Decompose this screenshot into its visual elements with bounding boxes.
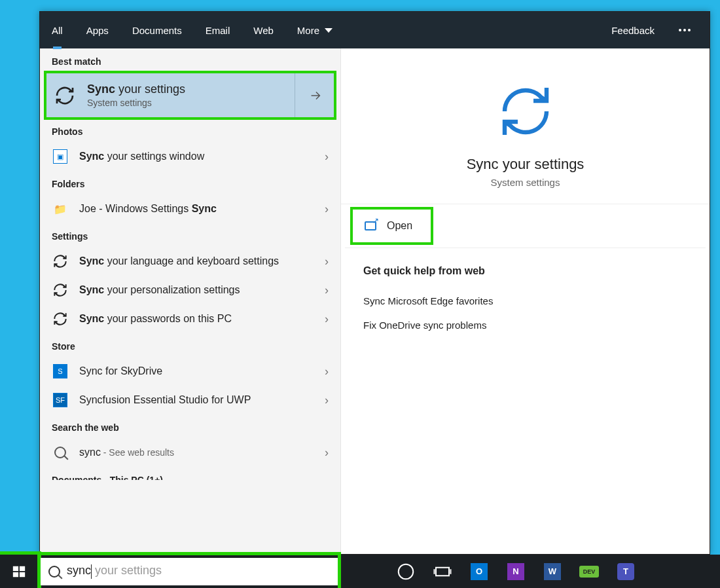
help-link-edge-favorites[interactable]: Sync Microsoft Edge favorites [363,289,687,313]
sync-icon [52,253,69,270]
result-web-sync[interactable]: sync - See web results › [40,438,340,467]
detail-pane: Sync your settings System settings Open … [341,48,710,554]
svg-point-4 [399,564,414,579]
dev-icon[interactable]: DEV [579,562,599,581]
section-photos: Photos [40,119,340,142]
best-match-subtitle: System settings [87,98,185,108]
chevron-down-icon [325,28,333,33]
open-icon [365,221,376,230]
chevron-right-icon: › [325,150,329,164]
section-documents-cut: Documents - This PC (1+) [40,467,340,480]
detail-header: Sync your settings System settings [341,48,710,204]
sync-icon [494,80,557,143]
tab-all[interactable]: All [40,12,75,48]
sync-icon [52,282,69,299]
result-folder-joe-sync[interactable]: 📁 Joe - Windows Settings Sync › [40,194,340,223]
chevron-right-icon: › [325,312,329,326]
quick-help-heading: Get quick help from web [363,265,687,277]
section-best-match: Best match [40,48,340,72]
teams-icon[interactable]: T [616,562,636,581]
svg-rect-3 [20,572,25,576]
task-view-icon[interactable] [433,562,452,581]
tab-documents[interactable]: Documents [120,12,194,48]
more-options-button[interactable] [666,12,703,48]
results-pane: Best match Sync your settings System set… [40,48,341,554]
svg-rect-2 [13,572,18,576]
chevron-right-icon: › [325,365,329,378]
svg-rect-5 [436,567,449,576]
search-tabs-bar: All Apps Documents Email Web More Feedba… [40,12,710,48]
sync-icon [52,310,69,327]
tab-email[interactable]: Email [194,12,242,48]
search-window: All Apps Documents Email Web More Feedba… [39,11,710,555]
section-settings: Settings [40,223,340,247]
taskbar: sync your settings O N W DEV T [0,555,720,588]
help-link-onedrive-sync[interactable]: Fix OneDrive sync problems [363,313,687,337]
app-icon: SF [52,392,69,409]
feedback-link[interactable]: Feedback [600,12,666,48]
chevron-right-icon: › [325,255,329,268]
result-sync-passwords[interactable]: Sync your passwords on this PC › [40,304,340,333]
quick-help-section: Get quick help from web Sync Microsoft E… [341,248,710,354]
svg-rect-0 [13,566,18,570]
section-store: Store [40,333,340,357]
taskbar-apps: O N W DEV T [338,555,694,588]
open-button[interactable]: Open [358,212,425,240]
tab-more[interactable]: More [285,12,344,48]
search-typed-text: sync [67,564,91,577]
result-store-syncfusion[interactable]: SF Syncfusion Essential Studio for UWP › [40,386,340,414]
svg-rect-1 [20,566,25,570]
ellipsis-icon [678,29,691,31]
result-photos-sync-window[interactable]: ▣ Sync your settings window › [40,142,340,171]
chevron-right-icon: › [325,202,329,216]
section-folders: Folders [40,171,340,194]
detail-subtitle: System settings [491,177,560,188]
best-match-result[interactable]: Sync your settings System settings [45,72,335,119]
best-match-title: Sync your settings [87,83,185,96]
window-icon: ▣ [52,148,69,165]
detail-title: Sync your settings [467,156,585,173]
word-icon[interactable]: W [543,562,562,581]
result-sync-language[interactable]: Sync your language and keyboard settings… [40,247,340,276]
search-icon [48,566,60,578]
folder-icon: 📁 [52,200,69,217]
section-web: Search the web [40,414,340,438]
chevron-right-icon: › [325,284,329,297]
onenote-icon[interactable]: N [506,562,526,581]
windows-icon [12,564,26,579]
result-sync-personalization[interactable]: Sync your personalization settings › [40,276,340,304]
expand-arrow-button[interactable] [295,72,335,119]
outlook-icon[interactable]: O [469,562,489,581]
search-placeholder: your settings [92,564,162,577]
result-store-skydrive[interactable]: S Sync for SkyDrive › [40,357,340,386]
app-icon: S [52,363,69,380]
chevron-right-icon: › [325,446,329,460]
tab-web[interactable]: Web [242,12,285,48]
search-icon [52,444,69,461]
taskbar-search-input[interactable]: sync your settings [41,558,338,585]
tab-apps[interactable]: Apps [75,12,120,48]
start-button[interactable] [0,555,38,588]
cortana-icon[interactable] [396,562,416,581]
chevron-right-icon: › [325,394,329,407]
sync-icon [53,84,77,107]
